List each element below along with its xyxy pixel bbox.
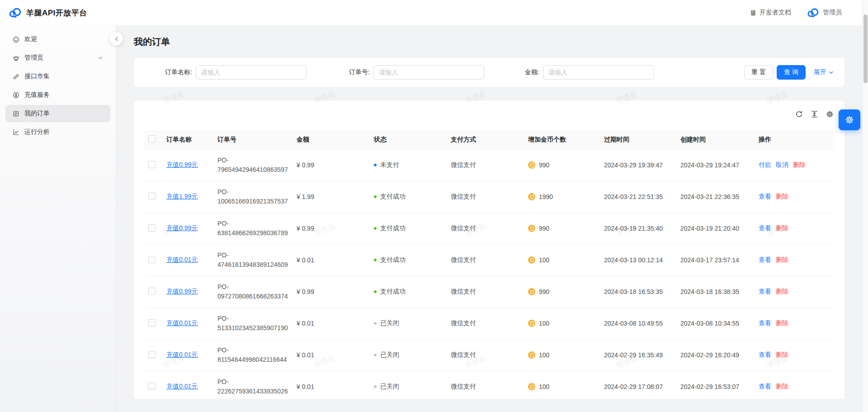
expire-time-cell: 2024-02-29 16:35:49 — [597, 339, 673, 371]
order-name-link[interactable]: 充值0.01元 — [166, 256, 198, 263]
page-scrollbar — [862, 0, 868, 412]
status-dot-icon — [374, 195, 377, 198]
sidebar-item-recharge[interactable]: 充值服务 — [5, 86, 110, 104]
order-name-link[interactable]: 充值0.99元 — [166, 288, 198, 295]
order-no-digits: 63814866269298036789 — [217, 228, 282, 238]
column-header-actions: 操作 — [751, 130, 834, 149]
action-delete[interactable]: 删除 — [776, 288, 788, 295]
amount-cell: ¥ 0.01 — [289, 244, 367, 276]
action-delete[interactable]: 删除 — [793, 161, 806, 168]
actions-cell: 查看删除 — [751, 276, 834, 308]
status-text: 已关闭 — [380, 319, 399, 327]
chevron-left-icon — [114, 36, 119, 42]
row-checkbox[interactable] — [148, 224, 156, 232]
reset-button[interactable]: 重 置 — [744, 65, 773, 80]
sidebar-item-admin[interactable]: 管理页 — [5, 49, 110, 66]
link-icon — [13, 73, 19, 80]
action-delete[interactable]: 删除 — [776, 319, 788, 327]
sidebar-item-welcome[interactable]: 欢迎 — [5, 31, 110, 48]
table-toolbar — [145, 108, 834, 120]
action-delete[interactable]: 删除 — [776, 193, 788, 200]
create-time-cell: 2024-03-17 23:57:14 — [673, 244, 751, 276]
order-no-prefix: PO- — [217, 282, 282, 292]
row-checkbox[interactable] — [148, 319, 156, 327]
order-no-digits: 10065166916921357537 — [217, 197, 282, 206]
row-checkbox[interactable] — [148, 193, 156, 200]
status-text: 支付成功 — [380, 288, 406, 296]
create-time-cell: 2024-03-08 10:34:55 — [673, 308, 751, 339]
coin-icon — [528, 256, 535, 264]
row-checkbox[interactable] — [148, 383, 156, 390]
coin-icon — [528, 320, 535, 327]
order-name-link[interactable]: 充值1.99元 — [166, 193, 198, 200]
order-no-input[interactable] — [373, 65, 484, 80]
row-checkbox-cell — [145, 149, 159, 181]
row-checkbox[interactable] — [148, 288, 156, 295]
action-link[interactable]: 查看 — [759, 288, 771, 295]
status-text: 支付成功 — [380, 256, 406, 264]
sidebar-collapse-button[interactable] — [110, 32, 123, 45]
sidebar-item-label: 欢迎 — [24, 35, 37, 43]
expire-time-cell: 2024-03-08 10:49:55 — [597, 308, 673, 339]
search-button[interactable]: 查 询 — [777, 65, 806, 80]
order-no-prefix: PO- — [217, 251, 282, 260]
action-link[interactable]: 查看 — [759, 351, 771, 358]
order-name-link[interactable]: 充值0.01元 — [166, 351, 198, 358]
payment-cell: 微信支付 — [443, 244, 521, 276]
table-row: 充值0.01元PO-81154644998042116644¥ 0.01已关闭微… — [145, 339, 834, 371]
user-menu[interactable]: 管理员 — [807, 6, 842, 19]
action-delete[interactable]: 删除 — [776, 351, 788, 358]
coins-count: 100 — [539, 256, 549, 264]
action-link[interactable]: 取消 — [776, 161, 788, 168]
status-dot-icon — [374, 227, 377, 230]
column-settings-icon[interactable] — [826, 110, 834, 118]
action-link[interactable]: 查看 — [759, 193, 771, 200]
order-no-cell: PO-79654942946410863597 — [210, 149, 289, 181]
order-name-label: 订单名称: — [145, 68, 196, 76]
expand-toggle[interactable]: 展开 — [814, 68, 834, 76]
row-checkbox-cell — [145, 276, 159, 308]
status-dot-icon — [374, 322, 377, 325]
status-text: 已关闭 — [380, 351, 399, 359]
payment-cell: 微信支付 — [443, 149, 521, 181]
row-checkbox[interactable] — [148, 256, 156, 263]
reload-icon[interactable] — [795, 110, 803, 118]
order-no-cell: PO-47461613948389124609 — [210, 244, 289, 276]
amount-input[interactable] — [543, 65, 654, 80]
actions-cell: 查看删除 — [751, 181, 834, 213]
action-link[interactable]: 付款 — [759, 161, 771, 168]
action-link[interactable]: 查看 — [759, 256, 771, 263]
developer-docs-link[interactable]: 开发者文档 — [750, 9, 791, 17]
scrollbar-thumb[interactable] — [863, 14, 868, 83]
status-cell-wrap: 支付成功 — [367, 276, 443, 308]
row-checkbox-cell — [145, 371, 159, 399]
action-delete[interactable]: 删除 — [776, 256, 788, 263]
order-name-link[interactable]: 充值0.99元 — [166, 161, 198, 168]
status-text: 支付成功 — [380, 193, 406, 201]
sidebar-item-my-orders[interactable]: 我的订单 — [5, 105, 110, 122]
order-name-link[interactable]: 充值0.01元 — [166, 383, 198, 390]
density-icon[interactable] — [811, 110, 818, 118]
user-avatar — [807, 6, 819, 19]
coins-cell-wrap: 990 — [521, 276, 597, 308]
amount-cell: ¥ 0.99 — [289, 149, 367, 181]
row-checkbox[interactable] — [148, 161, 156, 168]
action-link[interactable]: 查看 — [759, 319, 771, 327]
action-link[interactable]: 查看 — [759, 224, 771, 232]
smiley-icon — [13, 36, 19, 43]
order-no-digits: 22262759361433935026 — [217, 387, 282, 396]
action-delete[interactable]: 删除 — [776, 383, 788, 390]
action-delete[interactable]: 删除 — [776, 224, 788, 232]
filter-panel: 订单名称: 订单号: 金额: 重 置 查 询 展开 — [134, 58, 844, 87]
theme-settings-button[interactable] — [839, 109, 860, 130]
chevron-down-icon — [829, 70, 834, 75]
sidebar-item-api-market[interactable]: 接口市集 — [5, 68, 110, 85]
action-link[interactable]: 查看 — [759, 383, 771, 390]
order-name-link[interactable]: 充值0.99元 — [166, 224, 198, 232]
order-name-input[interactable] — [196, 65, 307, 80]
sidebar-item-analysis[interactable]: 运行分析 — [5, 123, 110, 141]
row-checkbox[interactable] — [148, 351, 156, 358]
order-name-link[interactable]: 充值0.01元 — [166, 319, 198, 327]
gear-icon — [845, 115, 854, 124]
select-all-checkbox[interactable] — [148, 135, 156, 142]
